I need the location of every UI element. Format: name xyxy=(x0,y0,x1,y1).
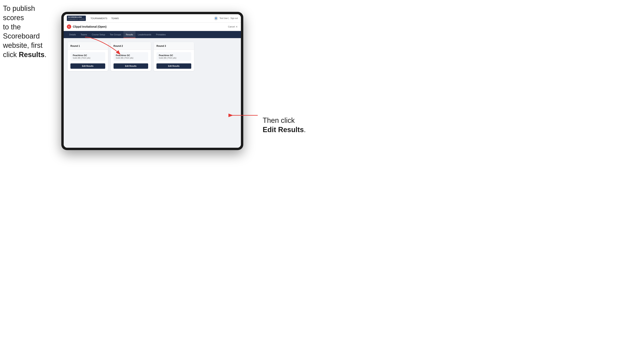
round-3-card: Round 3 Peachtree GC Gold (M) (7010 yds)… xyxy=(154,42,194,71)
tournament-logo-icon: C xyxy=(67,24,71,29)
tablet-device: SCOREBOARD Powered by clippd TOURNAMENTS… xyxy=(61,12,243,150)
instruction-left: To publish scores to the Scoreboard webs… xyxy=(3,4,56,59)
tab-printables[interactable]: Printables xyxy=(154,31,168,38)
logo-area: SCOREBOARD Powered by clippd xyxy=(67,15,86,21)
round-1-course-details: Gold (M) (7010 yds) xyxy=(73,57,103,59)
round-3-edit-results-button[interactable]: Edit Results xyxy=(156,63,191,69)
round-2-header: Round 2 xyxy=(111,42,151,50)
nav-right: 👤 Test User | Sign out xyxy=(214,16,238,20)
tab-tee-groups[interactable]: Tee Groups xyxy=(108,31,124,38)
user-avatar: 👤 xyxy=(214,16,218,20)
nav-tournaments[interactable]: TOURNAMENTS xyxy=(90,17,108,20)
user-label: Test User | xyxy=(220,17,229,19)
round-2-course-details: Gold (M) (7010 yds) xyxy=(116,57,146,59)
tab-leaderboards[interactable]: Leaderboards xyxy=(136,31,154,38)
tab-results[interactable]: Results xyxy=(124,31,136,38)
round-2-body: Peachtree GC Gold (M) (7010 yds) Edit Re… xyxy=(111,50,151,71)
scoreboard-logo: SCOREBOARD Powered by clippd xyxy=(67,15,86,21)
round-2-course-name: Peachtree GC xyxy=(116,54,146,56)
round-3-course-details: Gold (M) (7010 yds) xyxy=(159,57,189,59)
tab-course-setup[interactable]: Course Setup xyxy=(90,31,108,38)
round-1-body: Peachtree GC Gold (M) (7010 yds) Edit Re… xyxy=(68,50,108,71)
round-1-edit-results-button[interactable]: Edit Results xyxy=(70,63,105,69)
round-2-title: Round 2 xyxy=(114,45,123,47)
nav-teams[interactable]: TEAMS xyxy=(111,17,119,20)
tab-teams[interactable]: Teams xyxy=(78,31,90,38)
tournament-header: C Clippd Invitational (Open) Cancel ✕ xyxy=(64,22,241,31)
top-nav: SCOREBOARD Powered by clippd TOURNAMENTS… xyxy=(64,14,241,22)
round-1-course-info: Peachtree GC Gold (M) (7010 yds) xyxy=(70,52,105,61)
round-1-title: Round 1 xyxy=(70,45,80,47)
tournament-title-area: C Clippd Invitational (Open) xyxy=(67,24,106,29)
tab-details[interactable]: Details xyxy=(67,31,78,38)
round-1-card: Round 1 Peachtree GC Gold (M) (7010 yds)… xyxy=(68,42,108,71)
round-2-edit-results-button[interactable]: Edit Results xyxy=(114,63,148,69)
instruction-right: Then click Edit Results. xyxy=(263,116,318,135)
tab-nav: Details Teams Course Setup Tee Groups Re… xyxy=(64,31,241,38)
sign-out-link[interactable]: Sign out xyxy=(230,17,238,19)
round-1-header: Round 1 xyxy=(68,42,108,50)
round-1-course-name: Peachtree GC xyxy=(73,54,103,56)
empty-round-slot xyxy=(197,42,237,71)
round-3-course-info: Peachtree GC Gold (M) (7010 yds) xyxy=(156,52,191,61)
round-3-course-name: Peachtree GC xyxy=(159,54,189,56)
round-3-header: Round 3 xyxy=(154,42,194,50)
nav-links: TOURNAMENTS TEAMS xyxy=(90,17,214,20)
cancel-button[interactable]: Cancel ✕ xyxy=(228,25,238,28)
round-3-body: Peachtree GC Gold (M) (7010 yds) Edit Re… xyxy=(154,50,194,71)
round-3-title: Round 3 xyxy=(156,45,166,47)
round-2-card: Round 2 Peachtree GC Gold (M) (7010 yds)… xyxy=(111,42,151,71)
tournament-title: Clippd Invitational (Open) xyxy=(73,25,106,28)
close-icon: ✕ xyxy=(236,25,238,28)
main-content: Round 1 Peachtree GC Gold (M) (7010 yds)… xyxy=(64,38,241,148)
rounds-grid: Round 1 Peachtree GC Gold (M) (7010 yds)… xyxy=(68,42,237,71)
round-2-course-info: Peachtree GC Gold (M) (7010 yds) xyxy=(114,52,148,61)
tablet-screen: SCOREBOARD Powered by clippd TOURNAMENTS… xyxy=(64,14,241,148)
